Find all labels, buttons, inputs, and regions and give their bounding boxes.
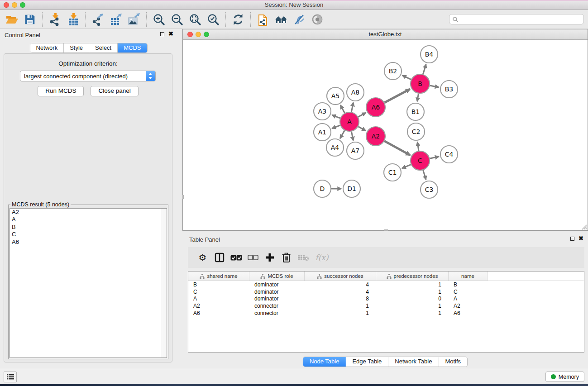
resize-grip-icon[interactable]: [581, 224, 587, 230]
column-header-successor-nodes[interactable]: successor nodes: [305, 272, 376, 281]
table-cell-shared-name[interactable]: A2: [188, 303, 249, 309]
zoom-in-icon[interactable]: [150, 11, 168, 28]
table-cell-shared-name[interactable]: C: [188, 289, 249, 295]
edge-A2-C[interactable]: [384, 141, 410, 155]
task-history-button[interactable]: [4, 372, 17, 382]
mcds-result-list[interactable]: A2ABCA6: [10, 208, 167, 358]
network-canvas[interactable]: A5A8A3A1A4A7AA6A2BB2B4B3B1CC2C4C1C3DD1: [183, 40, 588, 230]
table-cell-mcds-role[interactable]: connector: [249, 310, 305, 316]
mcds-result-item[interactable]: A2: [10, 209, 167, 216]
edge-C-C2[interactable]: [417, 142, 419, 151]
edge-C-C4[interactable]: [430, 157, 439, 158]
float-table-panel-icon[interactable]: [570, 237, 574, 241]
table-cell-successor-nodes[interactable]: 1: [305, 303, 376, 309]
table-cell-predecessor-nodes[interactable]: 0: [376, 295, 449, 302]
import-network-icon[interactable]: [46, 11, 64, 28]
table-cell-predecessor-nodes[interactable]: 1: [376, 289, 449, 295]
edge-B-B1[interactable]: [417, 94, 419, 102]
export-table-icon[interactable]: [107, 11, 125, 28]
table-row[interactable]: Cdominator41C: [188, 288, 584, 295]
search-input[interactable]: [459, 16, 583, 23]
table-cell-name[interactable]: B: [449, 281, 488, 288]
table-cell-successor-nodes[interactable]: 4: [305, 281, 376, 288]
table-cell-mcds-role[interactable]: dominator: [249, 289, 305, 295]
select-all-columns-icon[interactable]: [228, 249, 244, 266]
deselect-all-columns-icon[interactable]: [244, 249, 261, 266]
refresh-layout-icon[interactable]: [229, 11, 247, 28]
table-cell-mcds-role[interactable]: dominator: [249, 281, 305, 288]
zoom-selected-icon[interactable]: [204, 11, 222, 28]
tab-node-table[interactable]: Node Table: [303, 357, 346, 367]
mcds-result-item[interactable]: C: [10, 231, 167, 238]
edge-A-A7[interactable]: [351, 132, 353, 141]
export-network-icon[interactable]: [89, 11, 107, 28]
edge-C-C3[interactable]: [423, 170, 426, 180]
open-file-icon[interactable]: [3, 11, 21, 28]
table-cell-successor-nodes[interactable]: 8: [305, 295, 376, 302]
column-header-mcds-role[interactable]: MCDS role: [249, 272, 305, 281]
table-row[interactable]: Adominator80A: [188, 295, 584, 303]
edge-B-B2[interactable]: [402, 76, 411, 80]
float-panel-icon[interactable]: [160, 32, 164, 36]
delete-columns-icon[interactable]: [278, 249, 295, 266]
mcds-result-item[interactable]: A6: [10, 238, 167, 246]
import-table-icon[interactable]: [64, 11, 82, 28]
network-document-icon[interactable]: [254, 11, 272, 28]
node-table[interactable]: shared nameMCDS rolesuccessor nodesprede…: [188, 271, 584, 353]
show-graphics-details-icon[interactable]: [308, 11, 326, 28]
close-table-panel-icon[interactable]: ✖: [578, 236, 583, 241]
mcds-result-item[interactable]: B: [10, 224, 167, 231]
splitpane-tick[interactable]: [182, 195, 184, 199]
table-cell-name[interactable]: A: [449, 295, 488, 302]
close-panel-icon[interactable]: ✖: [168, 32, 173, 36]
edge-A-A6[interactable]: [358, 113, 366, 117]
hide-graphics-details-icon[interactable]: [290, 11, 308, 28]
table-row[interactable]: Bdominator41B: [188, 281, 584, 288]
memory-button[interactable]: Memory: [545, 372, 584, 382]
search-field[interactable]: [449, 14, 584, 24]
criterion-dropdown[interactable]: largest connected component (directed): [20, 71, 156, 81]
table-cell-shared-name[interactable]: A6: [188, 310, 249, 316]
tab-select[interactable]: Select: [89, 43, 118, 52]
table-cell-predecessor-nodes[interactable]: 1: [376, 303, 449, 309]
split-view-icon[interactable]: [211, 249, 228, 266]
column-header-shared-name[interactable]: shared name: [188, 272, 249, 281]
edge-A-A5[interactable]: [340, 105, 345, 113]
table-cell-shared-name[interactable]: B: [188, 281, 249, 288]
export-image-icon[interactable]: [125, 11, 143, 28]
table-row[interactable]: A6connector11A6: [188, 310, 584, 317]
edge-A-A1[interactable]: [332, 125, 340, 129]
mcds-result-item[interactable]: A: [10, 216, 167, 223]
table-cell-name[interactable]: A6: [449, 310, 488, 316]
save-session-icon[interactable]: [21, 11, 39, 28]
column-header-name[interactable]: name: [449, 272, 488, 281]
edge-C-C1[interactable]: [402, 165, 411, 168]
tab-network-table[interactable]: Network Table: [388, 357, 439, 367]
network-frame-titlebar[interactable]: testGlobe.txt: [183, 29, 588, 40]
network-graph[interactable]: A5A8A3A1A4A7AA6A2BB2B4B3B1CC2C4C1C3DD1: [183, 40, 588, 230]
splitpane-tick[interactable]: [384, 229, 388, 231]
edge-A-A3[interactable]: [332, 115, 340, 118]
table-cell-successor-nodes[interactable]: 4: [305, 289, 376, 295]
table-settings-gear-icon[interactable]: ⚙: [194, 249, 211, 266]
table-cell-predecessor-nodes[interactable]: 1: [376, 310, 449, 316]
edge-A-A8[interactable]: [351, 103, 353, 112]
edge-A6-B[interactable]: [384, 89, 410, 103]
edge-A-A2[interactable]: [358, 127, 366, 131]
run-mcds-button[interactable]: Run MCDS: [38, 86, 84, 96]
table-cell-mcds-role[interactable]: connector: [249, 303, 305, 309]
table-cell-shared-name[interactable]: A: [188, 295, 249, 302]
home-icon[interactable]: [272, 11, 290, 28]
table-cell-name[interactable]: C: [449, 289, 488, 295]
tab-motifs[interactable]: Motifs: [439, 357, 467, 367]
tab-network[interactable]: Network: [30, 43, 64, 52]
edge-A-A4[interactable]: [340, 130, 344, 138]
edge-B-B4[interactable]: [423, 64, 426, 74]
zoom-out-icon[interactable]: [168, 11, 186, 28]
tab-mcds[interactable]: MCDS: [118, 43, 147, 52]
table-row[interactable]: A2connector11A2: [188, 302, 584, 310]
list-scrollbar[interactable]: [162, 209, 167, 357]
table-cell-successor-nodes[interactable]: 1: [305, 310, 376, 316]
close-panel-button[interactable]: Close panel: [91, 86, 138, 96]
column-header-predecessor-nodes[interactable]: predecessor nodes: [376, 272, 449, 281]
